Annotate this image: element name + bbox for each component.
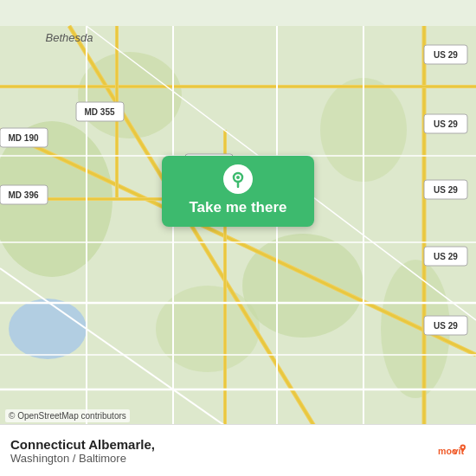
svg-text:US 29: US 29 bbox=[434, 185, 458, 195]
bottom-bar: Connecticut Albemarle, Washington / Balt… bbox=[0, 424, 476, 476]
svg-text:US 29: US 29 bbox=[434, 252, 458, 261]
map-container: US 29 US 29 US 29 US 29 US 29 MD 355 MD … bbox=[0, 0, 476, 476]
svg-text:US 29: US 29 bbox=[434, 321, 458, 331]
button-label: Take me there bbox=[189, 199, 286, 216]
location-pin-icon bbox=[223, 164, 253, 194]
svg-point-4 bbox=[242, 234, 363, 338]
svg-text:Bethesda: Bethesda bbox=[46, 31, 93, 44]
svg-point-53 bbox=[236, 176, 240, 179]
take-me-there-button[interactable]: Take me there bbox=[162, 156, 314, 227]
svg-text:US 29: US 29 bbox=[434, 50, 458, 60]
svg-text:MD 355: MD 355 bbox=[84, 107, 114, 117]
svg-point-58 bbox=[461, 446, 464, 448]
location-info: Connecticut Albemarle, Washington / Balt… bbox=[10, 437, 438, 465]
svg-text:US 29: US 29 bbox=[434, 119, 458, 129]
location-name: Connecticut Albemarle, bbox=[10, 437, 438, 452]
attribution-text: © OpenStreetMap contributors bbox=[5, 409, 130, 422]
svg-point-5 bbox=[156, 286, 260, 372]
svg-text:MD 190: MD 190 bbox=[8, 133, 38, 143]
svg-point-7 bbox=[9, 299, 87, 359]
svg-text:MD 396: MD 396 bbox=[8, 190, 38, 200]
location-city: Washington / Baltimore bbox=[10, 452, 438, 465]
moovit-logo: moo vit bbox=[438, 437, 466, 465]
